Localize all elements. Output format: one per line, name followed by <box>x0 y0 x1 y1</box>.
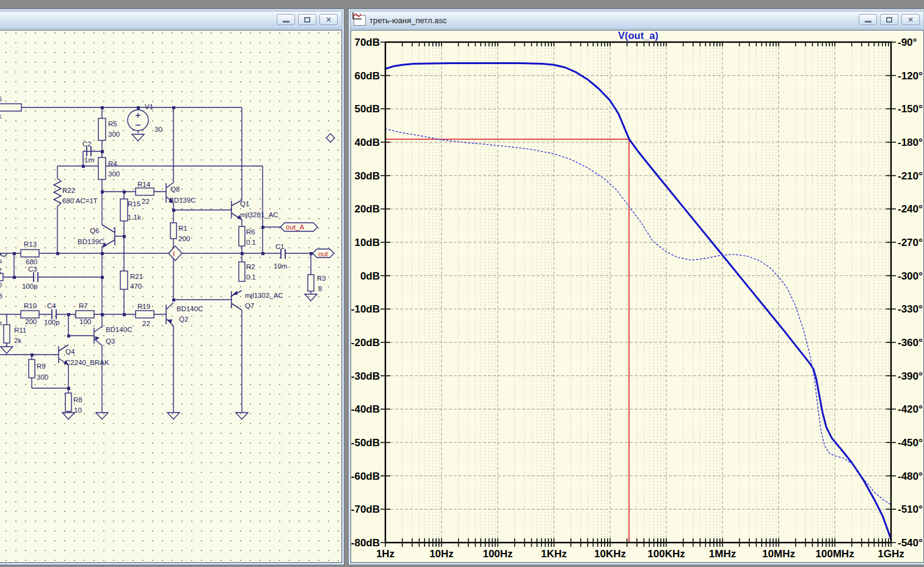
plot-window-titlebar[interactable]: треть-юаня_петл.asc ✕ <box>351 11 924 29</box>
axis-labels: 70dB60dB50dB40dB30dB20dB10dB0dB-10dB-20d… <box>351 37 923 560</box>
schematic-label: R8 <box>73 396 82 403</box>
clipped-flag <box>326 134 335 142</box>
schematic-label: 300 <box>37 374 48 381</box>
restore-icon <box>304 17 310 23</box>
bode-plot: 70dB60dB50dB40dB30dB20dB10dB0dB-10dB-20d… <box>351 31 923 563</box>
y-right-tick-label: -120° <box>898 70 923 82</box>
y-right-tick-label: -90° <box>898 37 917 48</box>
schematic-label: Q1 <box>240 200 249 208</box>
x-tick-label: 1MHz <box>709 548 736 560</box>
y-left-tick-label: -40dB <box>351 403 380 415</box>
restore-button[interactable] <box>880 14 898 25</box>
schematic-label: 10 <box>74 406 82 414</box>
wire <box>0 107 313 413</box>
schematic-label: BD140C <box>106 326 132 333</box>
schematic-label: BD139C <box>78 238 104 245</box>
schematic-label: R21 <box>130 273 143 280</box>
schematic-label: 100p <box>44 319 60 326</box>
schematic-label: 30 <box>155 126 162 133</box>
y-left-tick-label: -60dB <box>351 471 380 482</box>
schematic-labels: 168kV130R5300C21mR4300R22680 AC=1TR1422R… <box>0 95 329 414</box>
restore-button[interactable] <box>298 14 316 25</box>
y-left-tick-label: -10dB <box>351 303 380 315</box>
schematic-label: 7B <box>0 292 2 300</box>
schematic-label: BD140C <box>176 305 203 312</box>
schematic-label: 300 <box>108 170 120 178</box>
schematic-label: 470 <box>130 283 142 290</box>
schematic-label: 680 AC=1T <box>62 197 98 204</box>
gain-curve[interactable] <box>385 63 891 539</box>
schematic-label: R22 <box>62 187 75 194</box>
schematic-label: 8 <box>318 285 322 292</box>
schematic-label: R11 <box>14 327 26 334</box>
schematic-window-titlebar[interactable]: ✕ <box>0 11 342 29</box>
schematic-label: R13 <box>24 240 37 248</box>
minimize-icon <box>865 21 871 23</box>
schematic-window: ✕ <box>0 9 344 565</box>
y-left-tick-label: 50dB <box>354 103 380 115</box>
schematic-label: 2k <box>14 337 21 344</box>
schematic-drawing: 168kV130R5300C21mR4300R22680 AC=1TR1422R… <box>0 31 342 563</box>
y-left-tick-label: 30dB <box>354 170 380 182</box>
schematic-label: C4 <box>47 302 56 309</box>
grid-major <box>385 42 891 543</box>
schematic-label: V1 <box>145 103 153 110</box>
schematic-label: 0µ <box>0 257 2 264</box>
y-left-tick-label: -70dB <box>351 504 380 515</box>
schematic-label: C2 <box>82 140 92 148</box>
x-tick-label: 1KHz <box>541 548 567 560</box>
schematic-label: R14 <box>137 181 151 188</box>
plot-title: V(out_a) <box>618 31 658 41</box>
schematic-label: 200 <box>25 318 37 325</box>
schematic-label: Q4 <box>65 348 75 355</box>
plot-border <box>385 42 891 543</box>
schematic-label: mjl1302_AC <box>245 292 283 299</box>
schematic-label: Q2 <box>179 316 188 323</box>
close-icon: ✕ <box>908 16 913 24</box>
schematic-label: 22 <box>142 320 150 327</box>
schematic-label: out_A <box>286 223 304 231</box>
schematic-label: C3 <box>28 265 37 273</box>
schematic-label: 00 <box>0 281 2 289</box>
schematic-canvas[interactable]: 168kV130R5300C21mR4300R22680 AC=1TR1422R… <box>0 30 342 563</box>
minimize-icon <box>283 21 289 23</box>
minimize-button[interactable] <box>277 14 295 25</box>
plot-window: треть-юаня_петл.asc ✕ 70dB60dB50dB40dB30… <box>348 9 924 565</box>
close-button[interactable]: ✕ <box>901 14 920 25</box>
schematic-label: 1m <box>84 156 94 164</box>
y-right-tick-label: -510° <box>898 504 923 515</box>
x-tick-label: 100KHz <box>647 548 685 560</box>
plot-canvas[interactable]: 70dB60dB50dB40dB30dB20dB10dB0dB-10dB-20d… <box>351 30 924 563</box>
resistor-zigzag <box>54 178 61 206</box>
y-left-tick-label: 20dB <box>354 203 380 215</box>
schematic-label: 1.1k <box>128 214 141 221</box>
schematic-label: 8k <box>0 112 1 120</box>
schematic-label: 10m <box>274 262 287 270</box>
close-button[interactable]: ✕ <box>319 14 338 25</box>
minimize-button[interactable] <box>859 14 877 25</box>
schematic-label: 300 <box>108 131 120 138</box>
y-left-tick-label: 0dB <box>360 270 380 282</box>
schematic-label: C2240_BRAK <box>65 359 109 366</box>
schematic-label: C1 <box>275 243 285 250</box>
schematic-label: 22 <box>142 198 150 205</box>
schematic-label: mjl3281_AC <box>240 211 278 218</box>
inductor-coil <box>0 253 7 256</box>
schematic-label: R3 <box>317 275 326 282</box>
y-right-tick-label: -450° <box>898 437 923 449</box>
y-left-tick-label: -20dB <box>351 337 380 349</box>
y-right-tick-label: -300° <box>898 270 923 282</box>
schematic-label: Q7 <box>245 302 254 309</box>
emitter-arrows <box>64 198 242 365</box>
restore-icon <box>886 17 892 23</box>
schematic-label: R9 <box>37 363 46 370</box>
schematic-label: 0.1 <box>246 239 256 246</box>
y-right-tick-label: -480° <box>898 471 923 482</box>
phase-curve[interactable] <box>385 129 891 505</box>
schematic-label: 200 <box>178 235 190 242</box>
close-icon: ✕ <box>326 16 331 24</box>
schematic-label: R10 <box>24 302 37 309</box>
schematic-label: 16 <box>0 95 2 103</box>
schematic-label: R6 <box>246 228 255 236</box>
schematic-label: 0p. <box>0 319 4 327</box>
